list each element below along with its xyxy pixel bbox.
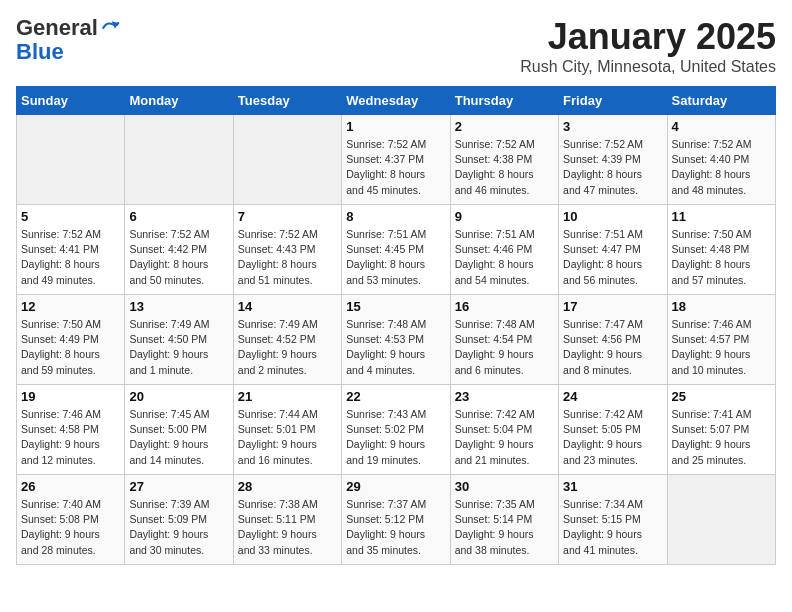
- calendar-cell: [125, 115, 233, 205]
- day-detail: Sunrise: 7:52 AM Sunset: 4:41 PM Dayligh…: [21, 227, 120, 288]
- day-number: 17: [563, 299, 662, 314]
- calendar-cell: 30Sunrise: 7:35 AM Sunset: 5:14 PM Dayli…: [450, 475, 558, 565]
- day-number: 28: [238, 479, 337, 494]
- calendar-cell: 2Sunrise: 7:52 AM Sunset: 4:38 PM Daylig…: [450, 115, 558, 205]
- calendar-table: SundayMondayTuesdayWednesdayThursdayFrid…: [16, 86, 776, 565]
- day-detail: Sunrise: 7:51 AM Sunset: 4:46 PM Dayligh…: [455, 227, 554, 288]
- day-number: 20: [129, 389, 228, 404]
- month-title: January 2025: [520, 16, 776, 58]
- day-detail: Sunrise: 7:47 AM Sunset: 4:56 PM Dayligh…: [563, 317, 662, 378]
- calendar-cell: 31Sunrise: 7:34 AM Sunset: 5:15 PM Dayli…: [559, 475, 667, 565]
- calendar-cell: 10Sunrise: 7:51 AM Sunset: 4:47 PM Dayli…: [559, 205, 667, 295]
- day-detail: Sunrise: 7:46 AM Sunset: 4:58 PM Dayligh…: [21, 407, 120, 468]
- calendar-cell: 1Sunrise: 7:52 AM Sunset: 4:37 PM Daylig…: [342, 115, 450, 205]
- day-number: 18: [672, 299, 771, 314]
- calendar-cell: 4Sunrise: 7:52 AM Sunset: 4:40 PM Daylig…: [667, 115, 775, 205]
- calendar-cell: 22Sunrise: 7:43 AM Sunset: 5:02 PM Dayli…: [342, 385, 450, 475]
- calendar-cell: 26Sunrise: 7:40 AM Sunset: 5:08 PM Dayli…: [17, 475, 125, 565]
- day-detail: Sunrise: 7:45 AM Sunset: 5:00 PM Dayligh…: [129, 407, 228, 468]
- day-number: 15: [346, 299, 445, 314]
- day-number: 5: [21, 209, 120, 224]
- calendar-cell: 12Sunrise: 7:50 AM Sunset: 4:49 PM Dayli…: [17, 295, 125, 385]
- day-detail: Sunrise: 7:35 AM Sunset: 5:14 PM Dayligh…: [455, 497, 554, 558]
- day-detail: Sunrise: 7:38 AM Sunset: 5:11 PM Dayligh…: [238, 497, 337, 558]
- weekday-header: Saturday: [667, 87, 775, 115]
- day-detail: Sunrise: 7:39 AM Sunset: 5:09 PM Dayligh…: [129, 497, 228, 558]
- weekday-header: Wednesday: [342, 87, 450, 115]
- day-detail: Sunrise: 7:50 AM Sunset: 4:49 PM Dayligh…: [21, 317, 120, 378]
- calendar-cell: 24Sunrise: 7:42 AM Sunset: 5:05 PM Dayli…: [559, 385, 667, 475]
- logo: General Blue: [16, 16, 120, 64]
- calendar-cell: 29Sunrise: 7:37 AM Sunset: 5:12 PM Dayli…: [342, 475, 450, 565]
- logo-blue: Blue: [16, 40, 120, 64]
- day-number: 1: [346, 119, 445, 134]
- day-number: 8: [346, 209, 445, 224]
- day-detail: Sunrise: 7:43 AM Sunset: 5:02 PM Dayligh…: [346, 407, 445, 468]
- day-detail: Sunrise: 7:52 AM Sunset: 4:39 PM Dayligh…: [563, 137, 662, 198]
- day-detail: Sunrise: 7:40 AM Sunset: 5:08 PM Dayligh…: [21, 497, 120, 558]
- weekday-header: Sunday: [17, 87, 125, 115]
- calendar-cell: 8Sunrise: 7:51 AM Sunset: 4:45 PM Daylig…: [342, 205, 450, 295]
- calendar-cell: 5Sunrise: 7:52 AM Sunset: 4:41 PM Daylig…: [17, 205, 125, 295]
- day-number: 14: [238, 299, 337, 314]
- day-detail: Sunrise: 7:52 AM Sunset: 4:42 PM Dayligh…: [129, 227, 228, 288]
- day-detail: Sunrise: 7:52 AM Sunset: 4:38 PM Dayligh…: [455, 137, 554, 198]
- calendar-cell: 25Sunrise: 7:41 AM Sunset: 5:07 PM Dayli…: [667, 385, 775, 475]
- day-number: 24: [563, 389, 662, 404]
- day-number: 21: [238, 389, 337, 404]
- day-number: 9: [455, 209, 554, 224]
- calendar-cell: 19Sunrise: 7:46 AM Sunset: 4:58 PM Dayli…: [17, 385, 125, 475]
- title-block: January 2025 Rush City, Minnesota, Unite…: [520, 16, 776, 76]
- day-detail: Sunrise: 7:42 AM Sunset: 5:04 PM Dayligh…: [455, 407, 554, 468]
- calendar-cell: 27Sunrise: 7:39 AM Sunset: 5:09 PM Dayli…: [125, 475, 233, 565]
- weekday-header: Thursday: [450, 87, 558, 115]
- day-number: 30: [455, 479, 554, 494]
- calendar-cell: 11Sunrise: 7:50 AM Sunset: 4:48 PM Dayli…: [667, 205, 775, 295]
- day-number: 19: [21, 389, 120, 404]
- day-detail: Sunrise: 7:48 AM Sunset: 4:54 PM Dayligh…: [455, 317, 554, 378]
- day-detail: Sunrise: 7:51 AM Sunset: 4:45 PM Dayligh…: [346, 227, 445, 288]
- weekday-header: Monday: [125, 87, 233, 115]
- calendar-cell: 20Sunrise: 7:45 AM Sunset: 5:00 PM Dayli…: [125, 385, 233, 475]
- day-number: 6: [129, 209, 228, 224]
- day-detail: Sunrise: 7:34 AM Sunset: 5:15 PM Dayligh…: [563, 497, 662, 558]
- day-number: 26: [21, 479, 120, 494]
- calendar-cell: 3Sunrise: 7:52 AM Sunset: 4:39 PM Daylig…: [559, 115, 667, 205]
- day-detail: Sunrise: 7:44 AM Sunset: 5:01 PM Dayligh…: [238, 407, 337, 468]
- calendar-cell: [667, 475, 775, 565]
- calendar-cell: 28Sunrise: 7:38 AM Sunset: 5:11 PM Dayli…: [233, 475, 341, 565]
- calendar-cell: 15Sunrise: 7:48 AM Sunset: 4:53 PM Dayli…: [342, 295, 450, 385]
- calendar-cell: 7Sunrise: 7:52 AM Sunset: 4:43 PM Daylig…: [233, 205, 341, 295]
- calendar-cell: 6Sunrise: 7:52 AM Sunset: 4:42 PM Daylig…: [125, 205, 233, 295]
- day-number: 7: [238, 209, 337, 224]
- weekday-header: Friday: [559, 87, 667, 115]
- day-number: 2: [455, 119, 554, 134]
- day-number: 12: [21, 299, 120, 314]
- day-detail: Sunrise: 7:42 AM Sunset: 5:05 PM Dayligh…: [563, 407, 662, 468]
- day-detail: Sunrise: 7:49 AM Sunset: 4:52 PM Dayligh…: [238, 317, 337, 378]
- calendar-cell: 14Sunrise: 7:49 AM Sunset: 4:52 PM Dayli…: [233, 295, 341, 385]
- calendar-cell: 18Sunrise: 7:46 AM Sunset: 4:57 PM Dayli…: [667, 295, 775, 385]
- calendar-cell: 23Sunrise: 7:42 AM Sunset: 5:04 PM Dayli…: [450, 385, 558, 475]
- day-number: 4: [672, 119, 771, 134]
- day-detail: Sunrise: 7:52 AM Sunset: 4:40 PM Dayligh…: [672, 137, 771, 198]
- day-number: 16: [455, 299, 554, 314]
- day-detail: Sunrise: 7:50 AM Sunset: 4:48 PM Dayligh…: [672, 227, 771, 288]
- calendar-cell: 17Sunrise: 7:47 AM Sunset: 4:56 PM Dayli…: [559, 295, 667, 385]
- calendar-cell: 21Sunrise: 7:44 AM Sunset: 5:01 PM Dayli…: [233, 385, 341, 475]
- day-number: 11: [672, 209, 771, 224]
- location-subtitle: Rush City, Minnesota, United States: [520, 58, 776, 76]
- calendar-cell: [233, 115, 341, 205]
- day-detail: Sunrise: 7:49 AM Sunset: 4:50 PM Dayligh…: [129, 317, 228, 378]
- day-number: 29: [346, 479, 445, 494]
- calendar-cell: 13Sunrise: 7:49 AM Sunset: 4:50 PM Dayli…: [125, 295, 233, 385]
- day-number: 13: [129, 299, 228, 314]
- day-number: 31: [563, 479, 662, 494]
- day-detail: Sunrise: 7:46 AM Sunset: 4:57 PM Dayligh…: [672, 317, 771, 378]
- calendar-cell: 16Sunrise: 7:48 AM Sunset: 4:54 PM Dayli…: [450, 295, 558, 385]
- day-number: 23: [455, 389, 554, 404]
- day-detail: Sunrise: 7:37 AM Sunset: 5:12 PM Dayligh…: [346, 497, 445, 558]
- calendar-cell: [17, 115, 125, 205]
- page-header: General Blue January 2025 Rush City, Min…: [16, 16, 776, 76]
- day-number: 10: [563, 209, 662, 224]
